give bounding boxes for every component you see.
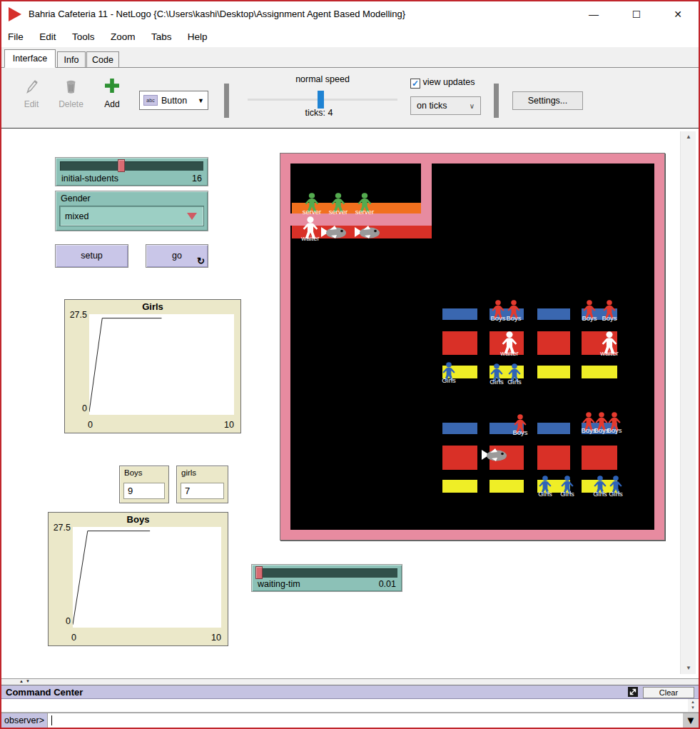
menu-file[interactable]: File (1, 27, 30, 42)
initial-students-slider[interactable]: initial-students 16 (55, 157, 208, 186)
boy-agent: Boys (507, 300, 521, 319)
toolbar-separator (224, 84, 229, 118)
plot-area (73, 527, 221, 628)
view-updates-label: view updates (422, 77, 475, 87)
scroll-down-icon[interactable]: ▼ (681, 663, 696, 674)
gender-chooser[interactable]: Gender mixed (55, 191, 208, 231)
text-caret (51, 715, 52, 725)
vertical-scrollbar[interactable]: ▲ ▼ (680, 131, 696, 674)
splitter-arrows-icon[interactable]: ▲▼ (19, 679, 32, 683)
go-button[interactable]: go ↻ (146, 244, 208, 268)
slider-track (60, 161, 203, 171)
girl-agent: Girls (593, 476, 607, 495)
agent-label: server (329, 208, 348, 216)
slider-value: 16 (192, 174, 202, 183)
x-axis-max: 10 (224, 420, 234, 430)
slider-label: initial-students (61, 174, 118, 183)
waiter-agent: waiter (501, 331, 518, 354)
chooser-value: mixed (65, 211, 88, 221)
plot-title: Girls (65, 301, 240, 312)
pencil-icon (24, 85, 39, 97)
speed-slider-thumb[interactable] (318, 91, 324, 109)
speed-slider[interactable] (248, 99, 397, 101)
waiting-tim-slider[interactable]: waiting-tim 0.01 (251, 564, 402, 592)
delete-tool-label: Delete (51, 99, 91, 109)
menu-tabs[interactable]: Tabs (145, 27, 178, 42)
agent-label: Boys (512, 428, 527, 436)
agent-label: server (355, 208, 374, 216)
menu-zoom[interactable]: Zoom (104, 27, 142, 42)
setup-button[interactable]: setup (55, 244, 128, 268)
plus-icon (103, 85, 121, 97)
menu-tools[interactable]: Tools (66, 27, 101, 42)
menu-help[interactable]: Help (181, 27, 214, 42)
settings-button[interactable]: Settings... (512, 91, 583, 110)
tab-info[interactable]: Info (57, 51, 86, 68)
command-center-input-row: observer> ▼ (1, 713, 699, 728)
chooser-dropdown-triangle-icon (187, 213, 197, 220)
waiter-agent: waiter (302, 216, 319, 239)
girl-agent: Girls (490, 363, 504, 383)
scroll-up-icon[interactable]: ▲ (681, 131, 696, 143)
command-center-title: Command Center (6, 687, 83, 698)
history-dropdown-button[interactable]: ▼ (683, 713, 699, 728)
agent-label: Girls (442, 376, 456, 384)
seat-yellow (537, 366, 570, 378)
seat-yellow (582, 366, 617, 378)
seat-yellow (442, 480, 477, 493)
view-updates-checkbox[interactable]: ✓ view updates (410, 77, 475, 89)
world-view[interactable]: serverserverserverwaiterBoysBoysBoysBoys… (280, 153, 665, 541)
food-fish (320, 225, 348, 239)
close-button[interactable]: ✕ (666, 6, 690, 23)
clear-button[interactable]: Clear (643, 687, 694, 698)
boy-agent: Boys (491, 300, 505, 319)
button-widget-icon: abc (143, 95, 158, 106)
chooser-value-box[interactable]: mixed (59, 206, 204, 226)
command-center-output: ▲▼ (1, 699, 699, 713)
boys-plot: Boys 27.5 0 0 10 (48, 512, 228, 646)
table-red (442, 331, 477, 355)
monitor-label: Boys (124, 468, 143, 477)
boy-agent: Boys (582, 300, 597, 319)
plot-title: Boys (49, 514, 228, 525)
monitor-value: 7 (181, 483, 224, 499)
window-title: Bahria Cafeteria 11 - NetLogo {C:\Users\… (29, 9, 405, 19)
seat-yellow (490, 480, 524, 493)
girl-agent: Girls (442, 362, 456, 381)
detach-icon[interactable] (628, 687, 639, 698)
add-widget-button[interactable]: Add (97, 76, 127, 109)
slider-handle[interactable] (118, 159, 125, 172)
chevron-down-icon: ▼ (198, 97, 204, 104)
agent-label: waiter (500, 349, 518, 357)
widget-type-dropdown[interactable]: abc Button ▼ (139, 91, 208, 110)
edit-tool-label: Edit (13, 99, 50, 109)
agent-label: Boys (490, 314, 505, 322)
food-fish (354, 225, 381, 239)
agent-label: Boys (506, 314, 521, 322)
edit-tool-button[interactable]: Edit (13, 78, 50, 109)
delete-tool-button[interactable]: Delete (51, 78, 91, 109)
command-input[interactable] (47, 713, 683, 728)
food-fish (481, 448, 508, 462)
output-scrollbar[interactable]: ▲▼ (688, 699, 698, 712)
server-agent: server (304, 193, 320, 213)
tab-code[interactable]: Code (86, 51, 119, 68)
girls-plot: Girls 27.5 0 0 10 (64, 299, 241, 433)
girls-monitor: girls 7 (176, 466, 228, 503)
slider-handle[interactable] (255, 566, 263, 579)
maximize-button[interactable]: ☐ (624, 6, 649, 23)
agent-label: Boys (582, 314, 597, 322)
boy-agent: Boys (607, 412, 622, 431)
command-center-splitter[interactable]: ▲▼ (1, 678, 699, 685)
table-blue (442, 308, 477, 320)
agent-label: server (303, 208, 321, 216)
menu-edit[interactable]: Edit (33, 27, 62, 42)
minimize-button[interactable]: — (582, 6, 606, 23)
slider-track (256, 568, 397, 578)
girl-agent: Girls (609, 476, 623, 495)
netlogo-logo-icon (9, 7, 21, 21)
waiter-agent: waiter (601, 331, 618, 354)
update-mode-dropdown[interactable]: on ticks ∨ (410, 96, 481, 115)
y-axis-min: 0 (49, 616, 71, 626)
tab-interface[interactable]: Interface (4, 49, 56, 68)
